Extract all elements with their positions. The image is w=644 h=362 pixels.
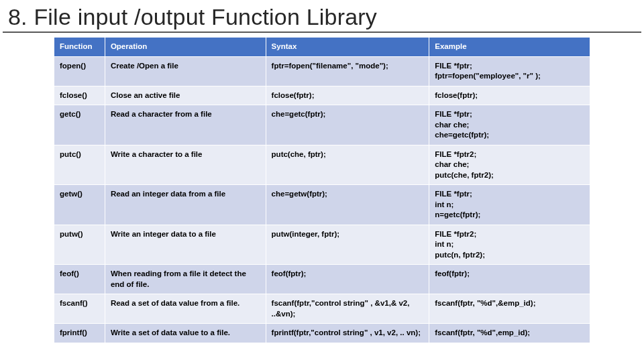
cell-func: feof() — [54, 265, 105, 294]
table-row: getc() Read a character from a file che=… — [54, 105, 590, 145]
page-title: 8. File input /output Function Library — [3, 0, 641, 33]
slide: 8. File input /output Function Library F… — [0, 0, 644, 362]
table-row: feof() When reading from a file it detec… — [54, 265, 590, 294]
cell-example: FILE *fptr;int n;n=getc(fptr); — [429, 185, 590, 225]
table-row: fopen() Create /Open a file fptr=fopen("… — [54, 56, 590, 86]
cell-func: fscanf() — [54, 294, 105, 324]
cell-syntax: fprintf(fptr,"control string" , v1, v2, … — [266, 324, 429, 343]
cell-syntax: fclose(fptr); — [266, 86, 429, 105]
cell-syntax: feof(fptr); — [266, 265, 429, 294]
table-row: putc() Write a character to a file putc(… — [54, 145, 590, 185]
cell-syntax: putw(integer, fptr); — [266, 225, 429, 265]
cell-syntax: che=getw(fptr); — [266, 185, 429, 225]
cell-func: putw() — [54, 225, 105, 265]
cell-op: Create /Open a file — [105, 56, 266, 86]
cell-func: getw() — [54, 185, 105, 225]
cell-func: getc() — [54, 105, 105, 145]
cell-example: FILE *fptr;char che;che=getc(fptr); — [429, 105, 590, 145]
table-row: fprintf() Write a set of data value to a… — [54, 324, 590, 343]
cell-op: Read a set of data value from a file. — [105, 294, 266, 324]
cell-example: fscanf(fptr, "%d",&emp_id); — [429, 294, 590, 324]
cell-func: putc() — [54, 145, 105, 185]
cell-op: Write a character to a file — [105, 145, 266, 185]
cell-op: When reading from a file it detect the e… — [105, 265, 266, 294]
th-example: Example — [429, 38, 590, 57]
cell-op: Read an integer data from a file — [105, 185, 266, 225]
cell-func: fclose() — [54, 86, 105, 105]
cell-syntax: putc(che, fptr); — [266, 145, 429, 185]
cell-op: Close an active file — [105, 86, 266, 105]
table-row: fscanf() Read a set of data value from a… — [54, 294, 590, 324]
table-container: Function Operation Syntax Example fopen(… — [0, 37, 644, 343]
table-row: fclose() Close an active file fclose(fpt… — [54, 86, 590, 105]
cell-op: Write an integer data to a file — [105, 225, 266, 265]
th-syntax: Syntax — [266, 38, 429, 57]
cell-op: Read a character from a file — [105, 105, 266, 145]
cell-syntax: fptr=fopen("filename", "mode"); — [266, 56, 429, 86]
cell-func: fprintf() — [54, 324, 105, 343]
cell-example: FILE *fptr2;char che;putc(che, fptr2); — [429, 145, 590, 185]
file-io-table: Function Operation Syntax Example fopen(… — [54, 37, 590, 343]
cell-example: fscanf(fptr, "%d",emp_id); — [429, 324, 590, 343]
cell-example: FILE *fptr;fptr=fopen("employee", "r" ); — [429, 56, 590, 86]
table-row: getw() Read an integer data from a file … — [54, 185, 590, 225]
cell-example: FILE *fptr2;int n;putc(n, fptr2); — [429, 225, 590, 265]
cell-op: Write a set of data value to a file. — [105, 324, 266, 343]
th-operation: Operation — [105, 38, 266, 57]
cell-example: feof(fptr); — [429, 265, 590, 294]
table-body: fopen() Create /Open a file fptr=fopen("… — [54, 56, 590, 343]
cell-syntax: che=getc(fptr); — [266, 105, 429, 145]
cell-syntax: fscanf(fptr,"control string" , &v1,& v2,… — [266, 294, 429, 324]
cell-example: fclose(fptr); — [429, 86, 590, 105]
th-function: Function — [54, 38, 105, 57]
table-row: putw() Write an integer data to a file p… — [54, 225, 590, 265]
cell-func: fopen() — [54, 56, 105, 86]
table-header-row: Function Operation Syntax Example — [54, 38, 590, 57]
